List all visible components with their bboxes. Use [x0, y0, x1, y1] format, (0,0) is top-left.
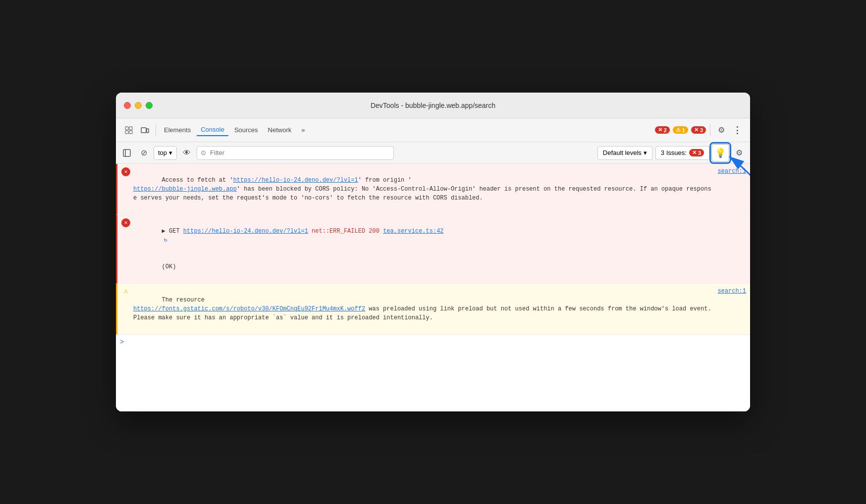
more-options-button[interactable]: ⋮: [730, 123, 744, 137]
devtools-window: DevTools - bubble-jingle.web.app/search …: [116, 93, 750, 411]
error2-badge: ✕ 3: [691, 126, 706, 134]
error-icon-1: ✕: [121, 167, 130, 176]
error2-icon-x: ✕: [694, 127, 699, 133]
warn-count: 1: [682, 127, 685, 133]
toolbar-separator: [156, 124, 156, 136]
lightbulb-icon: 💡: [715, 148, 726, 158]
get-refresh-icon: ↻: [164, 237, 167, 244]
console-settings-button[interactable]: ⚙: [732, 146, 746, 160]
issues-label: 3 Issues:: [661, 149, 687, 156]
filter-container: ⊙: [197, 146, 394, 160]
log-content-preload: The resourcehttps://fonts.gstatic.com/s/…: [133, 287, 713, 331]
get-status: net::ERR_FAILED 200: [308, 228, 383, 235]
cors-text-before: Access to fetch at ': [162, 177, 233, 184]
eye-icon-button[interactable]: 👁: [180, 146, 194, 160]
issues-button[interactable]: 3 Issues: ✕ 3: [655, 146, 709, 160]
svg-rect-5: [147, 129, 149, 133]
cursor-tool-button[interactable]: [122, 123, 136, 137]
issues-error-icon: ✕: [692, 150, 697, 156]
svg-rect-2: [125, 131, 128, 134]
traffic-lights: [124, 102, 153, 109]
context-label: top: [158, 149, 167, 156]
get-link[interactable]: https://hello-io-24.deno.dev/?lvl=1: [183, 228, 308, 235]
log-entry-get-error: ✕ ▶ GET https://hello-io-24.deno.dev/?lv…: [116, 215, 750, 284]
log-entry-cors-error: ✕ Access to fetch at 'https://hello-io-2…: [116, 164, 750, 215]
sources-tab[interactable]: Sources: [230, 124, 262, 136]
levels-dropdown-icon: ▾: [644, 149, 647, 156]
warn-badge: ⚠ 1: [673, 126, 688, 134]
console-prompt: >: [120, 338, 124, 346]
svg-rect-6: [123, 150, 130, 156]
cors-text-mid: ' from origin ': [358, 177, 412, 184]
levels-label: Default levels: [603, 149, 642, 156]
close-button[interactable]: [124, 102, 131, 109]
preload-source[interactable]: search:1: [713, 287, 746, 296]
maximize-button[interactable]: [146, 102, 153, 109]
network-tab[interactable]: Network: [264, 124, 296, 136]
console-toolbar: ⊘ top ▾ 👁 ⊙ Default levels ▾ 3 Issues: ✕…: [116, 142, 750, 164]
more-tabs-button[interactable]: »: [297, 124, 309, 136]
settings-button[interactable]: ⚙: [714, 123, 728, 137]
toolbar-separator-2: [710, 124, 710, 136]
filter-icon: ⊙: [201, 149, 206, 156]
svg-rect-1: [129, 127, 132, 130]
get-source-link[interactable]: tea.service.ts:42: [383, 228, 443, 235]
clear-console-button[interactable]: ⊘: [137, 146, 151, 160]
svg-rect-4: [141, 128, 146, 133]
issues-area: 3 Issues: ✕ 3 💡: [655, 144, 729, 162]
show-sidebar-button[interactable]: [120, 146, 134, 160]
svg-rect-3: [129, 131, 132, 134]
error-badges: ✕ 2 ⚠ 1 ✕ 3: [655, 126, 706, 134]
error-icon-x: ✕: [658, 127, 662, 133]
error-icon-2: ✕: [121, 218, 130, 227]
warn-icon-triangle: ⚠: [676, 127, 681, 133]
preload-link[interactable]: https://fonts.gstatic.com/s/roboto/v30/K…: [133, 305, 365, 312]
get-ok: (OK): [162, 263, 176, 270]
log-entry-preload-warn: ⚠ The resourcehttps://fonts.gstatic.com/…: [116, 284, 750, 335]
console-input-row: >: [116, 335, 750, 349]
console-tab[interactable]: Console: [197, 124, 228, 136]
error2-count: 3: [700, 127, 703, 133]
svg-rect-0: [125, 127, 128, 130]
issues-error-badge: ✕ 3: [689, 149, 704, 156]
issues-count: 3: [698, 150, 701, 156]
context-selector[interactable]: top ▾: [154, 146, 177, 160]
console-area: ✕ Access to fetch at 'https://hello-io-2…: [116, 164, 750, 411]
get-prefix: ▶ GET: [162, 228, 183, 235]
error-count: 2: [664, 127, 667, 133]
cors-link1[interactable]: https://hello-io-24.deno.dev/?lvl=1: [233, 177, 358, 184]
elements-tab[interactable]: Elements: [160, 124, 195, 136]
error-badge: ✕ 2: [655, 126, 670, 134]
window-title: DevTools - bubble-jingle.web.app/search: [371, 101, 495, 109]
context-dropdown-icon: ▾: [169, 149, 172, 156]
cors-link2[interactable]: https://bubble-jingle.web.app: [133, 186, 237, 193]
log-content-cors: Access to fetch at 'https://hello-io-24.…: [133, 167, 713, 211]
main-toolbar: Elements Console Sources Network » ✕ 2 ⚠…: [116, 118, 750, 142]
ai-insights-button[interactable]: 💡: [711, 144, 729, 162]
preload-text-before: The resource: [162, 297, 205, 303]
title-bar: DevTools - bubble-jingle.web.app/search: [116, 93, 750, 118]
console-input[interactable]: [128, 339, 746, 346]
default-levels-button[interactable]: Default levels ▾: [597, 146, 652, 160]
cors-source[interactable]: search:1: [713, 167, 746, 176]
device-toolbar-button[interactable]: [138, 123, 152, 137]
minimize-button[interactable]: [135, 102, 142, 109]
warn-icon-1: ⚠: [121, 287, 130, 296]
filter-input[interactable]: [197, 146, 394, 160]
log-content-get: ▶ GET https://hello-io-24.deno.dev/?lvl=…: [133, 218, 746, 280]
